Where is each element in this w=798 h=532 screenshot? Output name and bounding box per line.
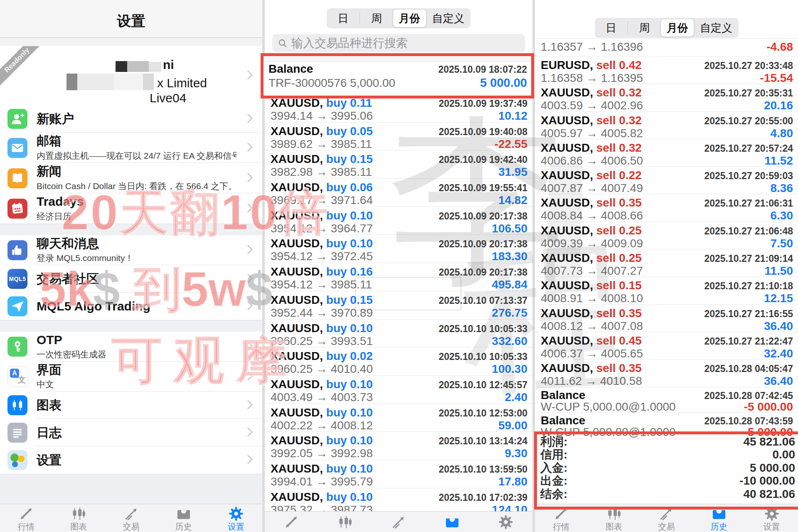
search-icon: [277, 38, 288, 49]
key-icon: [7, 337, 27, 357]
redaction-block: [127, 61, 149, 72]
menu-subtitle: 内置虚拟主机——现在可以 24/7 运行 EA 交易和信号 - Tradin..…: [37, 150, 236, 162]
trade-row[interactable]: XAUUSD, sell 0.252025.10.27 21:09:144007…: [535, 249, 798, 277]
tabbar-item-charts[interactable]: [318, 512, 372, 532]
sidebar-item-tradays[interactable]: Tradays 经济日历: [0, 193, 262, 224]
tabbar-item-trade[interactable]: 交易: [105, 504, 157, 532]
tabbar-item-settings[interactable]: [479, 512, 532, 532]
tab-period-1[interactable]: 周: [360, 8, 393, 28]
menu-label: 界面: [37, 363, 236, 377]
settings-panel: 设置 Readonly ni x Limited Live04 新账户: [0, 0, 262, 532]
sidebar-item-news[interactable]: 新闻 Bitcoin Cash / Dollar 当日内: 看跌，在 566.4…: [0, 163, 262, 193]
menu-label: 新账户: [37, 112, 236, 126]
sidebar-item-new-account[interactable]: 新账户: [0, 105, 262, 133]
menu-label: Tradays: [37, 195, 236, 209]
trade-row[interactable]: XAUUSD, buy 0.102025.10.10 10:05:333960.…: [265, 320, 532, 348]
menu-label: 设置: [37, 453, 236, 468]
sidebar-item-chat[interactable]: 聊天和消息 登录 MQL5.community！: [0, 235, 262, 265]
sidebar-item-journal[interactable]: 日志: [0, 419, 262, 446]
tabbar-item-quotes[interactable]: 行情: [0, 504, 52, 532]
tab-period-2[interactable]: 月份: [393, 10, 426, 27]
menu-label: 交易者社区: [37, 272, 236, 286]
tabbar-item-charts[interactable]: 图表: [52, 504, 105, 532]
redaction-block: [149, 62, 161, 72]
server-name: Live04: [150, 91, 186, 105]
sidebar-item-traders-community[interactable]: MQL5 交易者社区: [0, 265, 262, 293]
bottom-tabbar: [265, 511, 532, 532]
tab-period-0[interactable]: 日: [327, 8, 360, 28]
trade-row[interactable]: XAUUSD, sell 0.322025.10.27 20:57:244006…: [535, 139, 798, 167]
balance-desc: TRF-30000576 5,000.00: [268, 76, 395, 90]
trade-row-partial[interactable]: 1.16357 → 1.16396-4.68: [535, 39, 798, 57]
trade-row[interactable]: XAUUSD, sell 0.152025.10.27 21:10:184008…: [535, 277, 798, 304]
menu-label: 聊天和消息: [37, 236, 236, 251]
redaction-block: [66, 74, 77, 90]
highlight-box-summary: 利润:45 821.06信用:0.00入金:5 000.00出金:-10 000…: [534, 431, 798, 510]
trade-row[interactable]: XAUUSD, sell 0.352025.10.27 21:16:554008…: [535, 305, 798, 332]
menu-label: 图表: [37, 398, 236, 413]
trade-row[interactable]: XAUUSD, buy 0.102025.10.09 20:17:383954.…: [265, 207, 532, 235]
tabbar-item-quotes[interactable]: [265, 512, 318, 532]
settings-titlebar: 设置: [0, 0, 262, 38]
trade-row[interactable]: XAUUSD, sell 0.352025.10.27 21:06:314008…: [535, 194, 798, 222]
trade-row[interactable]: XAUUSD, buy 0.152025.10.10 07:13:373952.…: [265, 291, 532, 320]
tabbar-item-history[interactable]: [425, 512, 479, 532]
screenshot-root: 设置 Readonly ni x Limited Live04 新账户: [0, 0, 798, 532]
trade-row[interactable]: XAUUSD, buy 0.162025.10.09 20:17:383954.…: [265, 263, 532, 291]
tab-period-0[interactable]: 日: [595, 18, 628, 38]
chevron-right-icon: [244, 143, 253, 152]
tabbar-item-trade[interactable]: [372, 512, 426, 532]
history-panel-sells: 日周月份自定义 1.16357 → 1.16396-4.68EURUSD, se…: [535, 0, 798, 532]
trade-row[interactable]: XAUUSD, sell 0.452025.10.27 21:22:474006…: [535, 332, 798, 360]
balance-amount: 5 000.00: [480, 76, 527, 90]
tab-period-3[interactable]: 自定义: [426, 8, 470, 28]
trade-row[interactable]: XAUUSD, sell 0.322025.10.27 20:55:004005…: [535, 112, 798, 139]
trade-row[interactable]: XAUUSD, buy 0.102025.10.10 13:59:503994.…: [265, 460, 532, 488]
menu-subtitle: 一次性密码生成器: [37, 349, 236, 360]
trade-row[interactable]: XAUUSD, buy 0.062025.10.09 19:55:413969.…: [265, 179, 532, 207]
journal-list-icon: [7, 423, 27, 443]
sidebar-item-charts[interactable]: 图表: [0, 392, 262, 419]
trade-row[interactable]: XAUUSD, buy 0.102025.10.10 12:45:574003.…: [265, 376, 532, 404]
highlight-box-balance: Balance 2025.10.09 18:07:22 TRF-30000576…: [261, 53, 534, 99]
readonly-ribbon: Readonly: [0, 46, 46, 89]
tab-period-3[interactable]: 自定义: [694, 18, 738, 38]
sidebar-item-interface[interactable]: A文 界面 中文: [0, 362, 262, 392]
summary-row: 结余:40 821.06: [540, 488, 795, 501]
search-input[interactable]: 输入交易品种进行搜索: [272, 34, 525, 52]
summary-row: 入金:5 000.00: [540, 461, 795, 475]
trade-row[interactable]: XAUUSD, buy 0.102025.10.10 12:53:004002.…: [265, 404, 532, 432]
sidebar-item-mql5-algo-trading[interactable]: MQL5 Algo Trading: [0, 293, 262, 320]
mql5-logo-icon: MQL5: [7, 269, 27, 289]
account-card[interactable]: Readonly ni x Limited Live04: [0, 46, 262, 106]
trade-row[interactable]: XAUUSD, buy 0.102025.10.09 20:17:383954.…: [265, 235, 532, 263]
trade-row[interactable]: XAUUSD, buy 0.052025.10.09 19:40:083989.…: [265, 123, 532, 151]
trade-row[interactable]: XAUUSD, buy 0.022025.10.10 10:05:333960.…: [265, 347, 532, 376]
trade-row[interactable]: EURUSD, sell 0.422025.10.27 20:33:481.16…: [535, 57, 798, 84]
chevron-right-icon: [244, 301, 253, 310]
redaction-block: [143, 74, 154, 90]
sidebar-item-otp[interactable]: OTP 一次性密码生成器: [0, 332, 262, 362]
sidebar-item-settings[interactable]: 设置: [0, 446, 262, 474]
summary-row: 信用:0.00: [540, 448, 795, 462]
trade-row[interactable]: XAUUSD, sell 0.252025.10.27 21:06:484009…: [535, 222, 798, 249]
chevron-right-icon: [244, 455, 253, 464]
tab-period-2[interactable]: 月份: [661, 19, 694, 37]
chevron-right-icon: [244, 203, 253, 213]
balance-row[interactable]: Balance2025.10.28 07:42:45W-CUP 5,000.00…: [535, 387, 798, 413]
redaction-block: [114, 74, 143, 90]
account-name-fragment: ni: [163, 58, 174, 72]
trade-row[interactable]: XAUUSD, buy 0.152025.10.09 19:42:403982.…: [265, 150, 532, 179]
tab-period-1[interactable]: 周: [628, 18, 661, 38]
trade-row[interactable]: XAUUSD, buy 0.102025.10.10 13:14:243992.…: [265, 432, 532, 460]
paper-plane-icon: [7, 296, 27, 316]
trade-row[interactable]: XAUUSD, sell 0.352025.10.28 04:05:474011…: [535, 360, 798, 387]
trade-row[interactable]: XAUUSD, sell 0.322025.10.27 20:35:314003…: [535, 84, 798, 111]
redaction-block: [77, 74, 114, 90]
sidebar-item-mailbox[interactable]: 邮箱 内置虚拟主机——现在可以 24/7 运行 EA 交易和信号 - Tradi…: [0, 133, 262, 163]
user-plus-icon: [7, 109, 27, 129]
trade-row[interactable]: XAUUSD, buy 0.112025.10.09 19:37:493994.…: [265, 94, 532, 123]
tabbar-item-history[interactable]: 历史: [158, 504, 210, 532]
tabbar-item-settings[interactable]: 设置: [210, 504, 262, 532]
trade-row[interactable]: XAUUSD, sell 0.222025.10.27 20:59:034007…: [535, 167, 798, 194]
